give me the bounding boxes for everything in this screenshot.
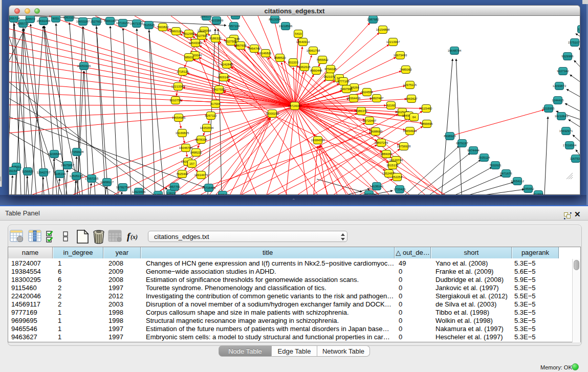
svg-text:6497568: 6497568 [340,87,353,91]
svg-text:2055724: 2055724 [9,17,20,20]
svg-text:19756928: 19756928 [397,145,411,148]
svg-text:12213369: 12213369 [171,85,185,88]
svg-text:17957255: 17957255 [85,177,99,180]
svg-text:5419: 5419 [295,32,302,35]
svg-text:8878334: 8878334 [195,138,207,141]
svg-text:16782759: 16782759 [116,186,130,189]
svg-text:903310: 903310 [230,16,241,17]
svg-text:12093872: 12093872 [553,84,567,87]
svg-text:20053346: 20053346 [77,64,91,68]
svg-text:6794028: 6794028 [324,68,337,71]
svg-text:10654112: 10654112 [511,180,525,183]
svg-text:17016504: 17016504 [563,144,577,147]
svg-text:7625402: 7625402 [176,172,188,176]
svg-text:7515526: 7515526 [143,24,155,27]
svg-text:8454749: 8454749 [248,47,260,50]
svg-text:9227342: 9227342 [557,70,569,73]
svg-text:1010755: 1010755 [169,99,182,102]
svg-text:10671355: 10671355 [130,22,144,25]
svg-text:19654985: 19654985 [172,116,186,119]
svg-text:8960124: 8960124 [170,30,182,33]
svg-text:252254: 252254 [392,176,403,179]
svg-text:14353594: 14353594 [200,126,214,129]
svg-text:9899695: 9899695 [421,122,433,125]
svg-text:62160: 62160 [387,104,396,107]
svg-text:7632621: 7632621 [489,164,502,167]
svg-text:19958117: 19958117 [100,181,114,184]
svg-text:1621072: 1621072 [323,75,336,78]
svg-text:10973493: 10973493 [394,54,407,57]
svg-text:9474444: 9474444 [467,149,480,152]
svg-text:9777169: 9777169 [337,80,350,83]
svg-text:12975115: 12975115 [403,83,417,86]
svg-text:1362615: 1362615 [298,65,311,69]
svg-text:15751074: 15751074 [568,41,580,44]
svg-text:14961758: 14961758 [307,49,320,52]
svg-text:11124: 11124 [578,28,580,31]
svg-text:205572: 205572 [25,17,36,20]
svg-text:832203: 832203 [288,61,299,64]
svg-text:1498222: 1498222 [190,151,202,154]
svg-text:8186323: 8186323 [209,37,222,40]
svg-text:9031: 9031 [52,17,59,20]
svg-text:6966160: 6966160 [104,19,116,23]
svg-text:2718126: 2718126 [177,70,189,73]
svg-text:12942757: 12942757 [37,171,51,174]
svg-text:10719155: 10719155 [116,21,130,25]
svg-text:19384554: 19384554 [311,139,325,142]
svg-text:17359928: 17359928 [70,150,84,154]
svg-text:8427552: 8427552 [213,88,225,91]
svg-text:9242848: 9242848 [221,63,233,66]
svg-text:10688609: 10688609 [369,130,383,133]
svg-text:2803144: 2803144 [217,76,230,79]
svg-text:19654923: 19654923 [403,129,417,133]
svg-text:157: 157 [189,162,195,165]
svg-text:8938923: 8938923 [444,135,456,138]
svg-text:10807487: 10807487 [370,97,384,100]
svg-text:19975857: 19975857 [61,164,75,167]
svg-text:10653287: 10653287 [76,20,90,23]
svg-text:98901: 98901 [185,56,193,59]
svg-text:15692971: 15692971 [559,129,573,133]
svg-text:1063327: 1063327 [63,16,75,19]
svg-text:7955812: 7955812 [316,58,329,61]
svg-text:9457791: 9457791 [168,185,181,188]
svg-text:417006: 417006 [210,102,221,105]
svg-text:2935114: 2935114 [478,156,491,159]
svg-text:12505135: 12505135 [70,174,83,178]
svg-text:1588520: 1588520 [274,56,286,59]
svg-text:7485063: 7485063 [400,68,412,71]
svg-text:18640910: 18640910 [296,40,310,43]
svg-text:16914479: 16914479 [194,173,208,177]
svg-text:7386372: 7386372 [355,110,367,113]
svg-text:39154: 39154 [9,169,17,172]
svg-text:16154808: 16154808 [376,28,390,31]
svg-text:16046788: 16046788 [179,146,193,149]
svg-text:8990448: 8990448 [310,69,322,72]
svg-text:8471676: 8471676 [500,172,512,175]
svg-text:9327506: 9327506 [195,34,208,37]
svg-text:2087682: 2087682 [367,18,379,21]
svg-text:20206586: 20206586 [48,152,61,156]
svg-text:64: 64 [412,116,416,119]
svg-text:9245652: 9245652 [522,187,534,190]
svg-text:9329966: 9329966 [561,55,574,58]
svg-text:12823: 12823 [167,192,176,195]
svg-text:104821: 104821 [153,193,164,195]
svg-text:9884067: 9884067 [380,152,393,156]
svg-text:1733426: 1733426 [394,188,406,191]
svg-text:9327508: 9327508 [225,40,237,43]
svg-text:7663822: 7663822 [157,26,169,29]
svg-text:8267110: 8267110 [205,114,217,117]
svg-text:16648784: 16648784 [448,49,462,52]
svg-text:16033809: 16033809 [210,19,224,22]
svg-text:19166825: 19166825 [176,132,189,135]
svg-text:1663342: 1663342 [363,193,375,195]
svg-text:16543382: 16543382 [189,41,203,45]
svg-text:1167534: 1167534 [570,157,580,160]
svg-text:1244415: 1244415 [552,99,564,102]
svg-text:8813054: 8813054 [269,18,281,21]
svg-text:12923466: 12923466 [216,193,230,195]
svg-text:1156829: 1156829 [22,170,34,173]
svg-text:12213967: 12213967 [386,40,400,43]
